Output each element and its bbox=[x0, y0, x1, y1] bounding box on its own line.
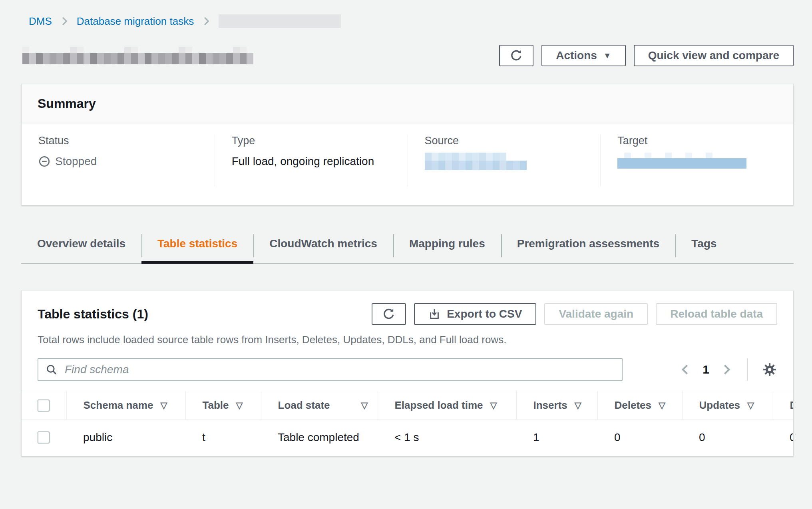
cell-ddls: 0 bbox=[773, 420, 793, 456]
summary-status-column: Status Stopped bbox=[22, 135, 215, 187]
header-actions: Actions ▼ Quick view and compare bbox=[499, 45, 794, 66]
cell-load-state: Table completed bbox=[261, 420, 378, 456]
column-label: Schema name bbox=[84, 399, 153, 412]
page: DMS Database migration tasks Actions ▼ Q… bbox=[0, 0, 812, 456]
column-header-elapsed-load-time[interactable]: Elapsed load time▽ bbox=[378, 391, 516, 420]
settings-gear-icon[interactable] bbox=[762, 362, 777, 377]
column-label: DDLs bbox=[790, 399, 794, 412]
row-select-cell bbox=[22, 420, 66, 456]
caret-down-icon: ▼ bbox=[603, 52, 611, 60]
tab-bar: Overview details Table statistics CloudW… bbox=[21, 231, 794, 264]
chevron-right-icon bbox=[60, 16, 69, 26]
refresh-icon bbox=[382, 307, 396, 321]
target-label: Target bbox=[617, 135, 776, 147]
statistics-table: Schema name▽ Table▽ Load state▽ Elapsed … bbox=[22, 391, 793, 456]
statistics-table-container: Schema name▽ Table▽ Load state▽ Elapsed … bbox=[22, 391, 793, 456]
type-label: Type bbox=[232, 135, 391, 147]
table-row: public t Table completed < 1 s 1 0 0 0 bbox=[22, 420, 793, 456]
cell-updates: 0 bbox=[682, 420, 773, 456]
quick-view-label: Quick view and compare bbox=[648, 49, 779, 62]
table-statistics-header: Table statistics (1) Export to CSV Valid… bbox=[22, 290, 793, 325]
summary-type-column: Type Full load, ongoing replication bbox=[215, 135, 408, 187]
column-header-schema-name[interactable]: Schema name▽ bbox=[66, 391, 185, 420]
tab-table-statistics[interactable]: Table statistics bbox=[141, 231, 253, 264]
export-csv-button[interactable]: Export to CSV bbox=[414, 303, 536, 325]
column-header-inserts[interactable]: Inserts▽ bbox=[516, 391, 597, 420]
tab-mapping-rules[interactable]: Mapping rules bbox=[393, 231, 501, 264]
breadcrumb-tasks-link[interactable]: Database migration tasks bbox=[77, 15, 194, 28]
schema-search-box[interactable] bbox=[38, 358, 623, 381]
table-statistics-panel: Table statistics (1) Export to CSV Valid… bbox=[21, 290, 794, 456]
sort-filter-icon[interactable]: ▽ bbox=[160, 400, 167, 411]
source-label: Source bbox=[425, 135, 584, 147]
summary-panel: Summary Status Stopped Type Full load, o… bbox=[21, 84, 794, 205]
status-text: Stopped bbox=[55, 155, 97, 168]
table-statistics-title: Table statistics (1) bbox=[38, 307, 148, 322]
status-value: Stopped bbox=[38, 155, 198, 168]
summary-panel-header: Summary bbox=[22, 84, 793, 123]
tab-tags[interactable]: Tags bbox=[675, 231, 732, 264]
column-label: Elapsed load time bbox=[395, 399, 483, 412]
cell-elapsed-load-time: < 1 s bbox=[378, 420, 516, 456]
tab-premigration-assessments[interactable]: Premigration assessments bbox=[501, 231, 675, 264]
summary-grid: Status Stopped Type Full load, ongoing r… bbox=[22, 123, 793, 205]
previous-page-button[interactable] bbox=[679, 363, 691, 376]
refresh-icon bbox=[509, 49, 523, 62]
actions-button[interactable]: Actions ▼ bbox=[541, 45, 625, 66]
stopped-icon bbox=[38, 155, 50, 167]
source-link-redacted[interactable] bbox=[425, 153, 584, 170]
column-label: Updates bbox=[699, 399, 740, 412]
sort-filter-icon[interactable]: ▽ bbox=[361, 400, 368, 411]
cell-inserts: 1 bbox=[516, 420, 597, 456]
column-label: Inserts bbox=[533, 399, 567, 412]
table-refresh-button[interactable] bbox=[372, 303, 406, 325]
column-header-ddls[interactable]: DDLs bbox=[773, 391, 793, 420]
schema-search-input[interactable] bbox=[64, 363, 615, 376]
sort-filter-icon[interactable]: ▽ bbox=[747, 400, 754, 411]
breadcrumb-current-redacted bbox=[219, 14, 341, 28]
table-statistics-description: Total rows include loaded source table r… bbox=[22, 325, 793, 346]
chevron-right-icon bbox=[202, 16, 211, 26]
pagination-divider bbox=[747, 358, 748, 381]
reload-table-data-label: Reload table data bbox=[670, 308, 763, 320]
select-all-cell bbox=[22, 391, 66, 420]
target-link-redacted[interactable] bbox=[617, 153, 776, 174]
breadcrumb-dms-link[interactable]: DMS bbox=[29, 15, 52, 28]
column-label: Deletes bbox=[615, 399, 652, 412]
refresh-button[interactable] bbox=[499, 45, 533, 66]
actions-button-label: Actions bbox=[556, 49, 597, 62]
cell-table: t bbox=[185, 420, 261, 456]
cell-schema-name: public bbox=[66, 420, 185, 456]
sort-filter-icon[interactable]: ▽ bbox=[575, 400, 581, 411]
sort-filter-icon[interactable]: ▽ bbox=[490, 400, 497, 411]
column-label: Load state bbox=[278, 399, 330, 412]
column-label: Table bbox=[203, 399, 229, 412]
page-title-redacted bbox=[22, 47, 253, 64]
tab-overview-details[interactable]: Overview details bbox=[21, 231, 141, 264]
search-row: 1 bbox=[22, 346, 793, 391]
sort-filter-icon[interactable]: ▽ bbox=[659, 400, 665, 411]
column-header-load-state[interactable]: Load state▽ bbox=[261, 391, 378, 420]
tab-cloudwatch-metrics[interactable]: CloudWatch metrics bbox=[253, 231, 393, 264]
next-page-button[interactable] bbox=[720, 363, 732, 376]
breadcrumb: DMS Database migration tasks bbox=[29, 14, 794, 28]
current-page-number[interactable]: 1 bbox=[703, 363, 709, 376]
column-header-updates[interactable]: Updates▽ bbox=[682, 391, 773, 420]
validate-again-button[interactable]: Validate again bbox=[544, 303, 648, 325]
sort-filter-icon[interactable]: ▽ bbox=[236, 400, 243, 411]
row-checkbox[interactable] bbox=[38, 431, 50, 443]
table-statistics-actions: Export to CSV Validate again Reload tabl… bbox=[372, 303, 777, 325]
summary-target-column: Target bbox=[600, 135, 793, 187]
select-all-checkbox[interactable] bbox=[38, 400, 50, 412]
reload-table-data-button[interactable]: Reload table data bbox=[656, 303, 777, 325]
page-header: Actions ▼ Quick view and compare bbox=[21, 45, 794, 66]
cell-deletes: 0 bbox=[597, 420, 682, 456]
summary-title: Summary bbox=[38, 96, 777, 111]
export-csv-label: Export to CSV bbox=[447, 308, 522, 320]
column-header-deletes[interactable]: Deletes▽ bbox=[597, 391, 682, 420]
column-header-table[interactable]: Table▽ bbox=[185, 391, 261, 420]
status-label: Status bbox=[38, 135, 198, 147]
type-value: Full load, ongoing replication bbox=[232, 155, 391, 168]
download-icon bbox=[428, 308, 440, 320]
quick-view-compare-button[interactable]: Quick view and compare bbox=[634, 45, 794, 66]
